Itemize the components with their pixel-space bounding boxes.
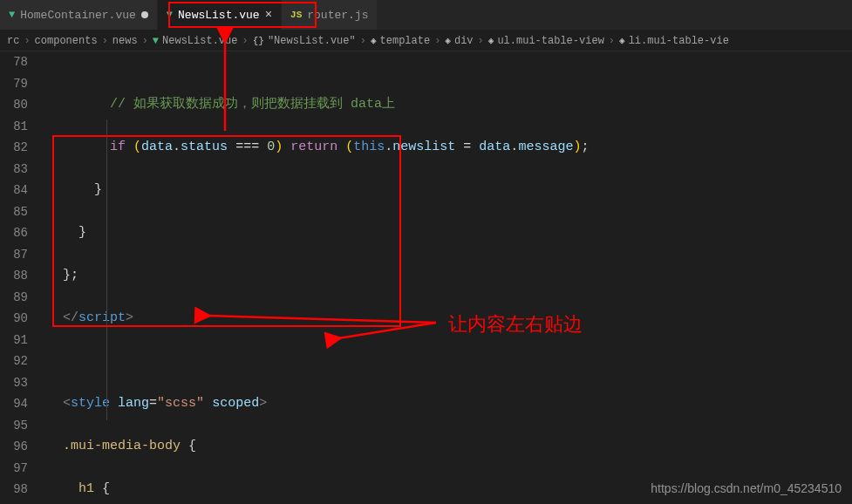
- editor: 7879808182838485868788899091929394959697…: [0, 51, 852, 504]
- js-icon: JS: [290, 10, 302, 20]
- line-number: 85: [0, 201, 28, 223]
- tab-home-container[interactable]: ▼ HomeContainer.vue: [0, 0, 158, 30]
- line-number: 88: [0, 265, 28, 287]
- vue-icon: ▼: [9, 10, 15, 20]
- breadcrumb-item[interactable]: rc: [7, 35, 19, 47]
- breadcrumb[interactable]: rc › components › news › ▼NewsList.vue ›…: [0, 31, 852, 51]
- indent-guide: [106, 119, 107, 420]
- tab-bar: ▼ HomeContainer.vue ▼ NewsList.vue × JS …: [0, 0, 852, 31]
- line-number: 97: [0, 458, 28, 480]
- line-number: 90: [0, 308, 28, 330]
- tab-news-list[interactable]: ▼ NewsList.vue ×: [158, 0, 282, 30]
- tab-label: NewsList.vue: [178, 9, 260, 22]
- line-number: 78: [0, 51, 28, 73]
- breadcrumb-item[interactable]: ◈template: [371, 35, 430, 47]
- breadcrumb-item[interactable]: ▼NewsList.vue: [153, 35, 238, 47]
- chevron-right-icon: ›: [142, 35, 148, 47]
- chevron-right-icon: ›: [242, 35, 248, 47]
- line-number: 83: [0, 159, 28, 180]
- breadcrumb-item[interactable]: components: [35, 35, 98, 47]
- breadcrumb-item[interactable]: ◈ul.mui-table-view: [488, 35, 604, 47]
- line-number: 81: [0, 116, 28, 138]
- tab-router-js[interactable]: JS router.js: [282, 0, 378, 30]
- line-number: 93: [0, 372, 28, 394]
- breadcrumb-item[interactable]: {}"NewsList.vue": [253, 35, 356, 47]
- vue-icon: ▼: [153, 36, 159, 46]
- tab-label: HomeContainer.vue: [20, 9, 136, 22]
- chevron-right-icon: ›: [360, 35, 366, 47]
- tab-label: router.js: [307, 9, 368, 22]
- line-number: 95: [0, 415, 28, 437]
- chevron-right-icon: ›: [434, 35, 440, 47]
- line-number: 86: [0, 222, 28, 244]
- line-number: 82: [0, 137, 28, 159]
- braces-icon: {}: [253, 36, 264, 46]
- line-number: 84: [0, 180, 28, 201]
- cube-icon: ◈: [445, 35, 451, 46]
- line-number: 96: [0, 436, 28, 458]
- line-number: 91: [0, 330, 28, 351]
- line-number: 92: [0, 351, 28, 372]
- line-number: 94: [0, 393, 28, 415]
- line-number: 89: [0, 287, 28, 309]
- line-number: 87: [0, 244, 28, 266]
- line-number: 80: [0, 94, 28, 116]
- cube-icon: ◈: [488, 35, 494, 46]
- chevron-right-icon: ›: [102, 35, 108, 47]
- breadcrumb-item[interactable]: ◈div: [445, 35, 473, 47]
- cube-icon: ◈: [619, 35, 625, 46]
- line-gutter: 7879808182838485868788899091929394959697…: [0, 51, 44, 504]
- chevron-right-icon: ›: [609, 35, 615, 47]
- vue-icon: ▼: [167, 10, 173, 20]
- breadcrumb-item[interactable]: news: [112, 35, 138, 47]
- close-icon[interactable]: ×: [265, 8, 272, 22]
- watermark: https://blog.csdn.net/m0_45234510: [651, 481, 842, 495]
- chevron-right-icon: ›: [478, 35, 484, 47]
- line-number: 98: [0, 479, 28, 501]
- code-area[interactable]: // 如果获取数据成功，则把数据挂载到 data上 if (data.statu…: [44, 51, 852, 504]
- dirty-dot-icon: [141, 11, 148, 18]
- chevron-right-icon: ›: [24, 35, 30, 47]
- breadcrumb-item[interactable]: ◈li.mui-table-vie: [619, 35, 729, 47]
- cube-icon: ◈: [371, 35, 377, 46]
- line-number: 79: [0, 73, 28, 95]
